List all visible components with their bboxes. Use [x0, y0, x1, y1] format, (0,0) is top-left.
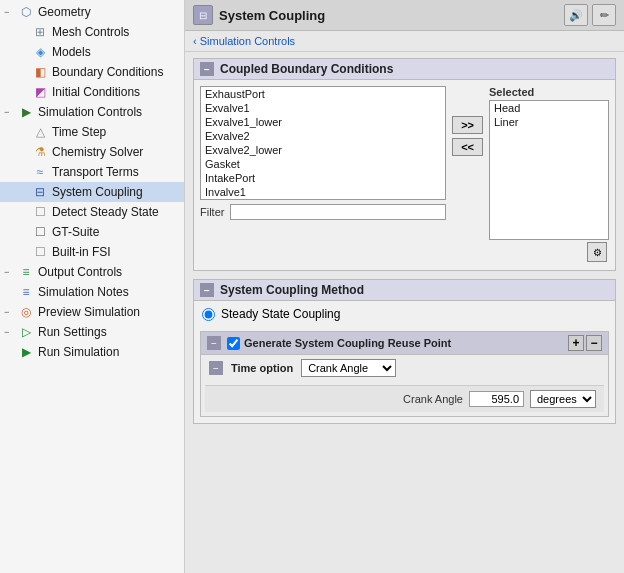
crank-angle-input[interactable]	[469, 391, 524, 407]
sidebar-item-simulation-notes[interactable]: ≡Simulation Notes	[0, 282, 184, 302]
models-icon: ◈	[32, 44, 48, 60]
filter-input[interactable]	[230, 204, 446, 220]
coupled-bc-section: − Coupled Boundary Conditions ExhaustPor…	[193, 58, 616, 271]
sidebar-item-chemistry-solver[interactable]: ⚗Chemistry Solver	[0, 142, 184, 162]
coupling-method-title: System Coupling Method	[220, 283, 364, 297]
selected-label: Selected	[489, 86, 609, 98]
list-item[interactable]: Invalve1	[201, 185, 445, 199]
reuse-point-subsection: − Generate System Coupling Reuse Point +…	[200, 331, 609, 417]
sidebar-label-gt-suite: GT-Suite	[52, 225, 99, 239]
boundary-conditions-icon: ◧	[32, 64, 48, 80]
sub-section-right: + −	[568, 335, 602, 351]
list-item[interactable]: Exvalve1	[201, 101, 445, 115]
collapse-icon[interactable]: −	[200, 62, 214, 76]
collapse-icon-2[interactable]: −	[200, 283, 214, 297]
sidebar-item-initial-conditions[interactable]: ◩Initial Conditions	[0, 82, 184, 102]
time-option-select[interactable]: Crank AnglePhysical Time	[301, 359, 396, 377]
sidebar-item-preview-simulation[interactable]: −◎Preview Simulation	[0, 302, 184, 322]
time-expand-icon[interactable]: −	[209, 361, 223, 375]
panel-content: − Coupled Boundary Conditions ExhaustPor…	[185, 52, 624, 430]
tree-panel: −⬡Geometry⊞Mesh Controls◈Models◧Boundary…	[0, 0, 185, 573]
sidebar-item-simulation-controls[interactable]: −▶Simulation Controls	[0, 102, 184, 122]
sidebar-label-run-simulation: Run Simulation	[38, 345, 119, 359]
breadcrumb-link[interactable]: Simulation Controls	[193, 35, 295, 47]
sidebar-item-system-coupling[interactable]: ⊟System Coupling	[0, 182, 184, 202]
steady-state-radio-row: Steady State Coupling	[194, 301, 615, 327]
filter-label: Filter	[200, 206, 224, 218]
sidebar-label-mesh-controls: Mesh Controls	[52, 25, 129, 39]
mesh-controls-icon: ⊞	[32, 24, 48, 40]
sidebar-item-builtin-fsi[interactable]: ☐Built-in FSI	[0, 242, 184, 262]
reuse-point-label: Generate System Coupling Reuse Point	[227, 337, 451, 350]
coupling-method-section: − System Coupling Method Steady State Co…	[193, 279, 616, 424]
sidebar-label-simulation-controls: Simulation Controls	[38, 105, 142, 119]
sidebar-item-time-step[interactable]: △Time Step	[0, 122, 184, 142]
coupled-bc-header: − Coupled Boundary Conditions	[194, 59, 615, 80]
edit-button[interactable]: ✏	[592, 4, 616, 26]
time-step-icon: △	[32, 124, 48, 140]
crank-unit-select[interactable]: degreesradians	[530, 390, 596, 408]
coupled-bc-layout: ExhaustPortExvalve1Exvalve1_lowerExvalve…	[200, 86, 609, 240]
sidebar-label-system-coupling: System Coupling	[52, 185, 143, 199]
sidebar-item-models[interactable]: ◈Models	[0, 42, 184, 62]
coupled-bc-body: ExhaustPortExvalve1Exvalve1_lowerExvalve…	[194, 80, 615, 270]
list-item[interactable]: Exvalve1_lower	[201, 115, 445, 129]
list-item[interactable]: IntakePort	[201, 171, 445, 185]
sidebar-label-models: Models	[52, 45, 91, 59]
sub-expand-icon[interactable]: −	[207, 336, 221, 350]
transport-terms-icon: ≈	[32, 164, 48, 180]
chemistry-solver-icon: ⚗	[32, 144, 48, 160]
steady-state-radio[interactable]	[202, 308, 215, 321]
selected-list[interactable]: HeadLiner	[489, 100, 609, 240]
add-button[interactable]: >>	[452, 116, 483, 134]
time-option-label: Time option	[231, 362, 293, 374]
filter-row: Filter	[200, 204, 446, 220]
sidebar-item-geometry[interactable]: −⬡Geometry	[0, 2, 184, 22]
sidebar-item-transport-terms[interactable]: ≈Transport Terms	[0, 162, 184, 182]
transfer-col: >> <<	[452, 86, 483, 156]
crank-angle-label: Crank Angle	[403, 393, 463, 405]
right-panel: ⊟ System Coupling 🔊 ✏ Simulation Control…	[185, 0, 624, 573]
list-item[interactable]: Gasket	[201, 157, 445, 171]
sidebar-label-time-step: Time Step	[52, 125, 106, 139]
speaker-button[interactable]: 🔊	[564, 4, 588, 26]
system-coupling-icon: ⊟	[32, 184, 48, 200]
initial-conditions-icon: ◩	[32, 84, 48, 100]
minus-btn[interactable]: −	[586, 335, 602, 351]
sidebar-item-mesh-controls[interactable]: ⊞Mesh Controls	[0, 22, 184, 42]
sidebar-label-geometry: Geometry	[38, 5, 91, 19]
detect-steady-icon: ☐	[32, 204, 48, 220]
breadcrumb-bar: Simulation Controls	[185, 31, 624, 52]
list-item[interactable]: ExhaustPort	[201, 87, 445, 101]
sidebar-label-builtin-fsi: Built-in FSI	[52, 245, 111, 259]
settings-icon-btn[interactable]: ⚙	[587, 242, 607, 262]
sidebar-label-boundary-conditions: Boundary Conditions	[52, 65, 163, 79]
remove-button[interactable]: <<	[452, 138, 483, 156]
output-controls-icon: ≡	[18, 264, 34, 280]
sidebar-item-run-settings[interactable]: −▷Run Settings	[0, 322, 184, 342]
list-item[interactable]: Exvalve2_lower	[201, 143, 445, 157]
plus-btn[interactable]: +	[568, 335, 584, 351]
panel-header: ⊟ System Coupling 🔊 ✏	[185, 0, 624, 31]
selected-item[interactable]: Head	[490, 101, 608, 115]
reuse-point-checkbox[interactable]	[227, 337, 240, 350]
sidebar-label-preview-simulation: Preview Simulation	[38, 305, 140, 319]
run-settings-icon: ▷	[18, 324, 34, 340]
geometry-icon: ⬡	[18, 4, 34, 20]
sidebar-item-run-simulation[interactable]: ▶Run Simulation	[0, 342, 184, 362]
sidebar-label-chemistry-solver: Chemistry Solver	[52, 145, 143, 159]
list-item[interactable]: Exvalve2	[201, 129, 445, 143]
coupled-bc-title: Coupled Boundary Conditions	[220, 62, 393, 76]
simulation-controls-icon: ▶	[18, 104, 34, 120]
builtin-fsi-icon: ☐	[32, 244, 48, 260]
sidebar-item-output-controls[interactable]: −≡Output Controls	[0, 262, 184, 282]
sidebar-item-gt-suite[interactable]: ☐GT-Suite	[0, 222, 184, 242]
crank-angle-row: Crank Angle degreesradians	[205, 385, 604, 412]
panel-title: System Coupling	[219, 8, 325, 23]
sidebar-item-detect-steady[interactable]: ☐Detect Steady State	[0, 202, 184, 222]
boundary-list[interactable]: ExhaustPortExvalve1Exvalve1_lowerExvalve…	[200, 86, 446, 200]
selected-item[interactable]: Liner	[490, 115, 608, 129]
sidebar-label-simulation-notes: Simulation Notes	[38, 285, 129, 299]
preview-simulation-icon: ◎	[18, 304, 34, 320]
sidebar-item-boundary-conditions[interactable]: ◧Boundary Conditions	[0, 62, 184, 82]
